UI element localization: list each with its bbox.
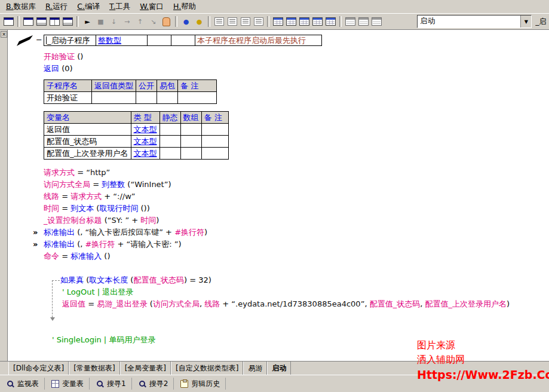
sheet-tab-4[interactable]: 易游 <box>243 362 267 375</box>
sheet-tab-0[interactable]: [Dll命令定义表] <box>8 362 69 375</box>
table-cell[interactable] <box>180 148 201 160</box>
const-table-icon[interactable] <box>285 16 297 27</box>
variables-grid-button[interactable]: 变量表 <box>46 378 90 390</box>
code-line[interactable]: »标准输出 (, “输入卡密后按回车键” + #换行符) <box>44 226 549 238</box>
code-line[interactable]: 请求方式 = “http” <box>44 167 549 179</box>
panel-toggle-2-icon[interactable] <box>35 16 48 27</box>
search1-icon <box>96 380 104 388</box>
line-flag-icon: » <box>33 226 38 238</box>
panel-toggle-3-icon[interactable] <box>48 16 61 27</box>
code-line[interactable]: »标准输出 (, #换行符 + “请输入卡密: ”) <box>44 238 549 250</box>
close-icon[interactable] <box>1 31 7 38</box>
table-cell[interactable]: 配置值_上次登录用户名 <box>44 148 131 160</box>
column-header: 子程序名 <box>44 80 92 92</box>
code-line[interactable]: 如果真 (取文本长度 (配置值_状态码) = 32) <box>60 274 549 286</box>
sheet-tab-2[interactable]: [全局变量表] <box>120 362 171 375</box>
table-cell[interactable]: 返回值 <box>44 124 131 136</box>
clear-breakpoints-icon[interactable]: ● <box>193 16 206 27</box>
clip-history-button[interactable]: 剪辑历史 <box>175 378 226 390</box>
sub-header-cell-3[interactable] <box>171 35 195 46</box>
step-into-icon[interactable]: ↓ <box>108 16 120 27</box>
table-cell[interactable] <box>160 136 180 148</box>
sheet-tab-1[interactable]: [常量数据表] <box>69 362 119 375</box>
table-cell[interactable] <box>201 124 228 136</box>
code-line[interactable]: 开始验证 () <box>44 51 549 63</box>
run-to-cursor-icon[interactable]: ↘ <box>147 16 160 27</box>
table-cell[interactable] <box>201 136 228 148</box>
column-header: 公开 <box>136 80 157 92</box>
pause-hand-icon[interactable] <box>160 16 173 27</box>
code-line[interactable]: 返回值 = 易游_退出登录 (访问方式全局, 线路 + “.eydata.net… <box>62 298 549 310</box>
output-list-icon[interactable] <box>252 16 265 27</box>
code-line[interactable]: 时间 = 到文本 (取现行时间 ()) <box>44 203 549 215</box>
startup-combobox-value[interactable]: 启动 <box>418 16 520 27</box>
local-variable-table: 变量名类 型静态数组备 注返回值文本型配置值_状态码文本型配置值_上次登录用户名… <box>44 111 229 160</box>
table-cell[interactable] <box>160 124 180 136</box>
table-cell[interactable] <box>160 148 180 160</box>
search2-button[interactable]: 搜寻2 <box>133 378 174 390</box>
breakpoint-list-icon[interactable] <box>226 16 238 27</box>
sub-header-cell-1[interactable]: 整数型 <box>96 35 148 46</box>
table-cell[interactable] <box>92 92 136 104</box>
source-window-icon[interactable] <box>2 16 15 27</box>
call-stack-icon[interactable] <box>213 16 225 27</box>
code-editor[interactable]: − _启动子程序整数型本子程序在程序启动后最先执行 开始验证 ()返回 (0) … <box>8 30 549 361</box>
panel-toggle-4-icon[interactable] <box>62 16 74 27</box>
code-line[interactable] <box>44 310 549 322</box>
code-line[interactable]: 线路 = 请求方式 + “://w” <box>44 191 549 203</box>
next-table-icon[interactable] <box>370 16 383 27</box>
clip-history-icon <box>180 380 188 388</box>
run-icon[interactable]: ► <box>81 16 94 27</box>
watch-magnifier-button[interactable]: 监视表 <box>1 378 45 390</box>
sheet-tab-5[interactable]: 启动 <box>267 362 291 375</box>
dll-table-icon[interactable] <box>272 16 284 27</box>
sheet-tab-3[interactable]: [自定义数据类型表] <box>171 362 243 375</box>
table-cell[interactable] <box>201 148 228 160</box>
startup-combobox[interactable]: 启动 <box>417 15 532 28</box>
code-line[interactable]: 返回 (0) <box>44 63 549 75</box>
table-cell[interactable]: 文本型 <box>131 136 160 148</box>
insert-table-icon[interactable] <box>357 16 370 27</box>
code-line[interactable]: 命令 = 标准输入 () <box>44 250 549 262</box>
code-line[interactable]: ' SingleLogin | 单码用户登录 <box>52 334 549 346</box>
table-cell[interactable]: 文本型 <box>131 124 160 136</box>
menu-item-2[interactable]: C.编译 <box>72 1 105 13</box>
table-cell[interactable] <box>178 92 217 104</box>
watch-list-icon[interactable] <box>239 16 252 27</box>
table-cell[interactable]: 开始验证 <box>44 92 92 104</box>
collapse-toggle[interactable]: − <box>36 35 42 44</box>
sub-header-cell-0[interactable]: _启动子程序 <box>44 35 96 46</box>
datatype-table-icon[interactable] <box>311 16 324 27</box>
code-line[interactable]: 访问方式全局 = 到整数 (“WinInet”) <box>44 179 549 191</box>
table-cell[interactable] <box>157 92 178 104</box>
menu-item-1[interactable]: R.运行 <box>41 1 72 13</box>
table-cell[interactable] <box>180 124 201 136</box>
code-line[interactable]: _设置控制台标题 (“SY: ” + 时间) <box>44 215 549 226</box>
step-out-icon[interactable]: ↑ <box>134 16 146 27</box>
code-line[interactable] <box>44 322 549 334</box>
stop-icon[interactable]: ■ <box>94 16 107 27</box>
menu-item-5[interactable]: H.帮助 <box>168 1 201 13</box>
toolbar-separator <box>208 16 210 27</box>
menu-item-0[interactable]: B.数据库 <box>1 1 41 13</box>
code-line[interactable]: ' LogOut | 退出登录 <box>62 286 549 298</box>
table-cell[interactable] <box>136 92 157 104</box>
resource-table-icon[interactable] <box>324 16 337 27</box>
table-cell[interactable] <box>180 136 201 148</box>
table-cell[interactable]: 配置值_状态码 <box>44 136 131 148</box>
menu-item-4[interactable]: W.窗口 <box>135 1 168 13</box>
search1-button[interactable]: 搜寻1 <box>91 378 132 390</box>
panel-toggle-1-icon[interactable] <box>22 16 35 27</box>
table-cell[interactable]: 文本型 <box>131 148 160 160</box>
toggle-breakpoint-icon[interactable]: ● <box>180 16 192 27</box>
chevron-down-icon[interactable] <box>520 16 531 27</box>
step-over-icon[interactable]: → <box>121 16 133 27</box>
prev-table-icon[interactable] <box>344 16 357 27</box>
code-line[interactable] <box>44 262 549 274</box>
sub-header-cell-4[interactable]: 本子程序在程序启动后最先执行 <box>195 35 322 46</box>
global-var-table-icon[interactable] <box>298 16 311 27</box>
toolbar-separator <box>267 16 269 27</box>
table-row: 配置值_状态码文本型 <box>44 136 229 148</box>
menu-item-3[interactable]: T.工具 <box>105 1 135 13</box>
sub-header-cell-2[interactable] <box>148 35 171 46</box>
